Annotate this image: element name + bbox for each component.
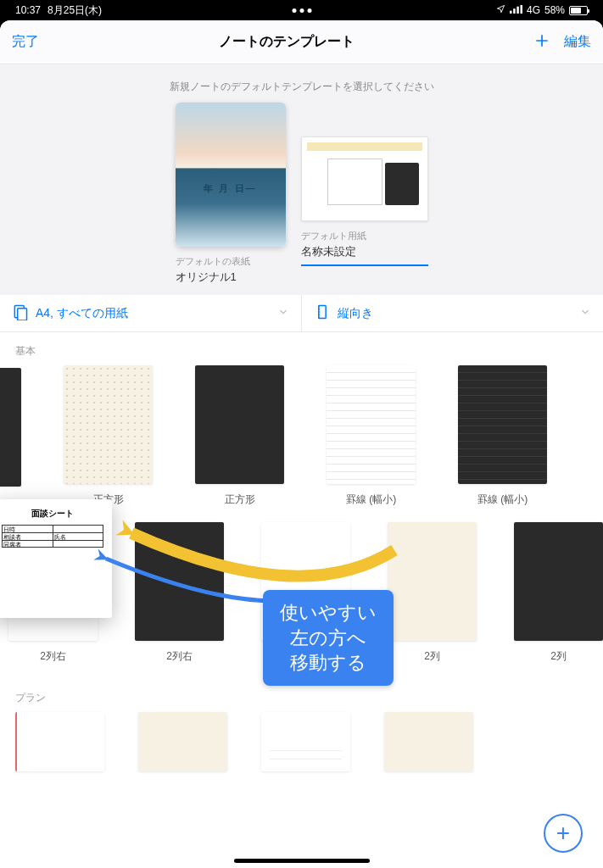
multitask-dots-icon[interactable] bbox=[292, 8, 311, 13]
paper-size-icon bbox=[12, 303, 29, 323]
chevron-down-icon bbox=[277, 306, 289, 320]
page-title: ノートのテンプレート bbox=[219, 33, 355, 51]
orientation-selector[interactable]: 縦向き bbox=[302, 295, 603, 331]
template-thumb bbox=[327, 365, 416, 484]
template-item[interactable]: 罫線 (幅小) bbox=[327, 365, 416, 507]
add-fab-button[interactable]: + bbox=[544, 814, 583, 853]
annotation-line2: 左の方へ bbox=[280, 626, 377, 651]
template-name: 罫線 (幅小) bbox=[458, 492, 547, 507]
battery-icon bbox=[569, 6, 588, 15]
orientation-icon bbox=[314, 303, 331, 323]
template-name: 罫線 (幅小) bbox=[327, 492, 416, 507]
svg-rect-2 bbox=[516, 7, 519, 14]
template-item[interactable] bbox=[0, 368, 21, 507]
defaults-section: 新規ノートのデフォルトテンプレートを選択してください 年 月 日― デフォルトの… bbox=[0, 64, 603, 295]
template-item[interactable] bbox=[15, 712, 104, 771]
template-name: 2列右 bbox=[135, 649, 224, 664]
paper-size-selector[interactable]: A4, すべての用紙 bbox=[0, 295, 302, 331]
template-item[interactable]: 2列 bbox=[514, 522, 603, 664]
template-name: 2列右 bbox=[8, 649, 98, 664]
template-row-plan[interactable] bbox=[0, 712, 603, 771]
template-item[interactable] bbox=[384, 712, 473, 771]
template-thumb bbox=[514, 522, 603, 641]
template-thumb bbox=[135, 522, 224, 641]
template-item[interactable]: 罫線 (幅小) bbox=[458, 365, 547, 507]
dragged-card-title: 面談シート bbox=[2, 508, 103, 520]
defaults-caption: 新規ノートのデフォルトテンプレートを選択してください bbox=[0, 80, 603, 94]
svg-rect-0 bbox=[510, 11, 512, 14]
cover-sublabel: デフォルトの表紙 bbox=[176, 255, 286, 268]
cover-overlay-text: 年 月 日― bbox=[176, 182, 286, 195]
cover-label: オリジナル1 bbox=[176, 270, 286, 285]
network-label: 4G bbox=[527, 4, 540, 16]
battery-percent: 58% bbox=[544, 4, 565, 16]
svg-rect-8 bbox=[319, 306, 326, 319]
signal-icon bbox=[510, 4, 522, 16]
paper-thumbnail bbox=[301, 136, 428, 221]
app-window: 完了 ノートのテンプレート 編集 新規ノートのデフォルトテンプレートを選択してく… bbox=[0, 20, 603, 868]
template-thumb bbox=[138, 712, 227, 771]
location-icon bbox=[496, 4, 505, 16]
plus-icon: + bbox=[556, 820, 570, 847]
template-name: 2列 bbox=[388, 649, 477, 664]
template-item[interactable]: 2列右 bbox=[135, 522, 224, 664]
annotation-line1: 使いやすい bbox=[280, 600, 377, 626]
template-thumb bbox=[384, 712, 473, 771]
nav-bar: 完了 ノートのテンプレート 編集 bbox=[0, 20, 603, 64]
template-thumb bbox=[261, 712, 350, 771]
template-item[interactable] bbox=[261, 712, 350, 771]
template-thumb bbox=[458, 365, 547, 484]
annotation-callout: 使いやすい 左の方へ 移動する bbox=[263, 590, 394, 686]
template-thumb bbox=[0, 368, 21, 487]
template-item[interactable]: 正方形 bbox=[195, 365, 284, 507]
template-name: 2列 bbox=[514, 649, 603, 664]
svg-rect-1 bbox=[513, 8, 516, 14]
status-date: 8月25日(木) bbox=[47, 3, 102, 18]
chevron-down-icon bbox=[579, 306, 591, 320]
cover-thumbnail: 年 月 日― bbox=[176, 103, 286, 247]
template-item[interactable] bbox=[138, 712, 227, 771]
filter-bar: A4, すべての用紙 縦向き bbox=[0, 295, 603, 332]
svg-rect-7 bbox=[18, 309, 27, 320]
annotation-line3: 移動する bbox=[280, 650, 377, 676]
section-basic-label: 基本 bbox=[0, 332, 603, 365]
done-button[interactable]: 完了 bbox=[12, 33, 39, 51]
template-item[interactable]: 正方形 bbox=[64, 365, 153, 507]
template-thumb bbox=[195, 365, 284, 484]
dragged-template-card[interactable]: 面談シート 日時 相談者氏名 同席者 bbox=[0, 499, 112, 618]
paper-sublabel: デフォルト用紙 bbox=[301, 230, 428, 242]
home-indicator[interactable] bbox=[234, 859, 370, 863]
svg-rect-3 bbox=[520, 5, 522, 14]
default-paper[interactable]: デフォルト用紙 名称未設定 bbox=[301, 103, 428, 285]
status-time: 10:37 bbox=[15, 4, 41, 16]
template-thumb bbox=[388, 522, 477, 641]
template-name: 正方形 bbox=[195, 492, 284, 507]
edit-button[interactable]: 編集 bbox=[564, 33, 591, 51]
orientation-label: 縦向き bbox=[338, 306, 373, 321]
paper-size-label: A4, すべての用紙 bbox=[36, 306, 128, 321]
add-button[interactable] bbox=[533, 32, 550, 53]
default-cover[interactable]: 年 月 日― デフォルトの表紙 オリジナル1 bbox=[176, 103, 286, 285]
template-item[interactable]: 2列 bbox=[388, 522, 477, 664]
template-thumb bbox=[64, 365, 153, 484]
paper-label: 名称未設定 bbox=[301, 244, 428, 266]
template-thumb bbox=[15, 712, 104, 771]
status-bar: 10:37 8月25日(木) 4G 58% bbox=[0, 0, 603, 20]
